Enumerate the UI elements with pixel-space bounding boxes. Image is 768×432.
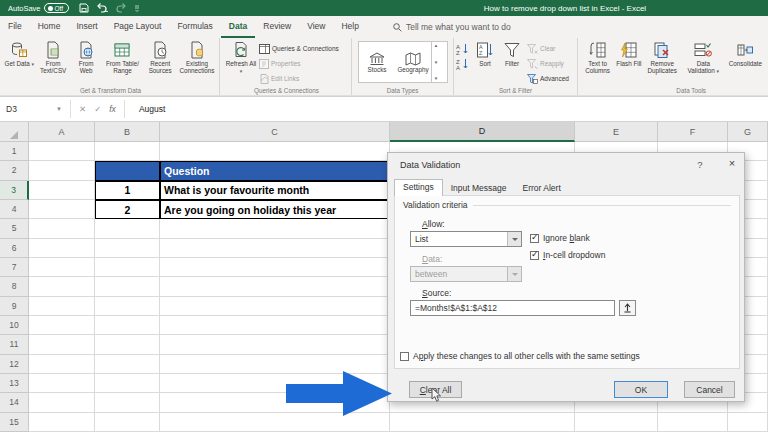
undo-icon[interactable] — [96, 3, 108, 13]
row-header-11[interactable]: 11 — [0, 335, 29, 354]
recent-sources-button[interactable]: Recent Sources — [144, 40, 175, 86]
cell-D15[interactable] — [390, 413, 575, 432]
cancel-button[interactable]: Cancel — [684, 381, 735, 398]
tab-error-alert[interactable]: Error Alert — [514, 181, 568, 196]
menu-tab-formulas[interactable]: Formulas — [169, 16, 220, 38]
cell-B10[interactable] — [95, 316, 160, 335]
cell-B7[interactable] — [95, 258, 160, 277]
row-header-2[interactable]: 2 — [0, 161, 29, 180]
menu-tab-home[interactable]: Home — [30, 16, 69, 38]
cell-C9[interactable] — [160, 297, 390, 316]
name-box[interactable]: D3 — [0, 104, 56, 114]
cell-C4[interactable]: Are you going on holiday this year — [160, 200, 390, 219]
get-data-button[interactable]: Get Data ▾ — [4, 40, 35, 86]
cell-A14[interactable] — [29, 393, 95, 412]
menu-tab-data[interactable]: Data — [221, 16, 255, 38]
cell-B1[interactable] — [95, 142, 160, 161]
formula-input[interactable]: August — [139, 104, 165, 114]
cell-A3[interactable] — [29, 181, 95, 200]
refresh-all-button[interactable]: Refresh All ▾ — [224, 40, 258, 86]
save-icon[interactable] — [79, 3, 89, 13]
cell-A1[interactable] — [29, 142, 95, 161]
advanced-filter-button[interactable]: Advanced — [527, 72, 569, 85]
gallery-more-icon[interactable]: ▼ — [434, 76, 438, 81]
cell-A9[interactable] — [29, 297, 95, 316]
menu-tab-help[interactable]: Help — [333, 16, 366, 38]
cell-C7[interactable] — [160, 258, 390, 277]
sort-descending-button[interactable]: ZA — [456, 57, 472, 70]
row-header-7[interactable]: 7 — [0, 258, 29, 277]
flash-fill-button[interactable]: Flash Fill — [616, 40, 641, 86]
consolidate-button[interactable]: Consolidate — [725, 40, 766, 86]
row-header-12[interactable]: 12 — [0, 355, 29, 374]
cell-A10[interactable] — [29, 316, 95, 335]
column-header-e[interactable]: E — [575, 122, 658, 142]
column-header-g[interactable]: G — [728, 122, 768, 142]
source-input[interactable]: =Months!$A$1:$A$12 — [410, 300, 615, 316]
cell-C1[interactable] — [160, 142, 390, 161]
column-header-c[interactable]: C — [160, 122, 390, 142]
cell-F15[interactable] — [658, 413, 728, 432]
cell-C10[interactable] — [160, 316, 390, 335]
customize-qat-icon[interactable] — [134, 4, 140, 12]
data-validation-button[interactable]: Data Validation ▾ — [683, 40, 724, 86]
remove-duplicates-button[interactable]: Remove Duplicates — [643, 40, 682, 86]
cell-E15[interactable] — [575, 413, 658, 432]
confirm-entry-icon[interactable]: ✓ — [94, 104, 101, 114]
menu-tab-review[interactable]: Review — [255, 16, 299, 38]
edit-links-button[interactable]: Edit Links — [259, 72, 339, 85]
gallery-down-icon[interactable]: ▼ — [434, 60, 438, 65]
redo-icon[interactable] — [115, 3, 127, 13]
row-header-4[interactable]: 4 — [0, 200, 29, 219]
cell-C6[interactable] — [160, 239, 390, 258]
row-header-15[interactable]: 15 — [0, 413, 29, 432]
row-header-5[interactable]: 5 — [0, 219, 29, 238]
cell-C5[interactable] — [160, 219, 390, 238]
cell-B2[interactable] — [95, 161, 160, 180]
column-header-d[interactable]: D — [390, 122, 575, 142]
column-header-a[interactable]: A — [29, 122, 95, 142]
reapply-filter-button[interactable]: Reapply — [527, 57, 569, 70]
incell-dropdown-checkbox[interactable]: ✓ In-cell dropdown — [530, 250, 605, 260]
from-text-csv-button[interactable]: From Text/CSV — [36, 40, 71, 86]
gallery-scrollbar[interactable]: ▲ ▼ ▼ — [431, 42, 440, 82]
cell-A13[interactable] — [29, 374, 95, 393]
existing-connections-button[interactable]: Existing Connections — [177, 40, 217, 86]
menu-tab-view[interactable]: View — [299, 16, 333, 38]
sort-button[interactable]: AZ Sort — [473, 40, 497, 86]
cell-B12[interactable] — [95, 355, 160, 374]
text-to-columns-button[interactable]: Text to Columns — [580, 40, 615, 86]
geography-button[interactable]: Geography — [395, 42, 431, 82]
cell-A4[interactable] — [29, 200, 95, 219]
row-header-1[interactable]: 1 — [0, 142, 29, 161]
sort-ascending-button[interactable]: AZ — [456, 42, 472, 55]
ok-button[interactable]: OK — [614, 381, 668, 398]
dialog-close-button[interactable]: × — [724, 157, 740, 169]
collapse-dialog-button[interactable] — [619, 300, 636, 316]
allow-dropdown-button[interactable] — [507, 232, 521, 246]
queries-connections-button[interactable]: Queries & Connections — [259, 42, 339, 55]
menu-tab-file[interactable]: File — [0, 16, 30, 38]
cell-B8[interactable] — [95, 277, 160, 296]
menu-tab-page-layout[interactable]: Page Layout — [106, 16, 170, 38]
filter-button[interactable]: Filter — [498, 40, 526, 86]
row-header-6[interactable]: 6 — [0, 239, 29, 258]
name-box-dropdown-icon[interactable]: ▼ — [56, 106, 70, 112]
clear-filter-button[interactable]: Clear — [527, 42, 569, 55]
from-table-range-button[interactable]: From Table/ Range — [101, 40, 143, 86]
row-header-8[interactable]: 8 — [0, 277, 29, 296]
row-header-10[interactable]: 10 — [0, 316, 29, 335]
column-header-b[interactable]: B — [95, 122, 160, 142]
cell-A5[interactable] — [29, 219, 95, 238]
ignore-blank-checkbox[interactable]: ✓ Ignore blank — [530, 233, 590, 243]
dialog-help-button[interactable]: ? — [693, 159, 707, 170]
apply-to-all-checkbox[interactable]: Apply these changes to all other cells w… — [400, 351, 640, 361]
cell-A6[interactable] — [29, 239, 95, 258]
cell-B11[interactable] — [95, 335, 160, 354]
stocks-button[interactable]: Stocks — [359, 42, 395, 82]
cell-B5[interactable] — [95, 219, 160, 238]
cell-A11[interactable] — [29, 335, 95, 354]
allow-dropdown[interactable]: List — [410, 231, 522, 247]
gallery-up-icon[interactable]: ▲ — [434, 43, 438, 48]
select-all-corner[interactable] — [0, 122, 29, 142]
